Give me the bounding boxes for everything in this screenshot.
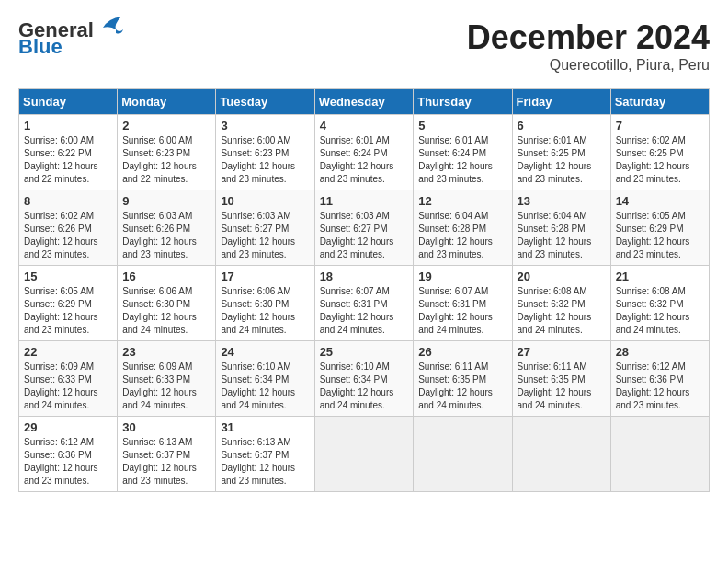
calendar-cell: 14Sunrise: 6:05 AM Sunset: 6:29 PM Dayli… bbox=[610, 190, 709, 266]
day-number: 14 bbox=[616, 194, 704, 208]
day-number: 15 bbox=[24, 270, 112, 283]
day-info: Sunrise: 6:10 AM Sunset: 6:34 PM Dayligh… bbox=[221, 361, 309, 412]
header-friday: Friday bbox=[512, 89, 610, 115]
logo: General Blue bbox=[18, 18, 125, 59]
calendar-table: SundayMondayTuesdayWednesdayThursdayFrid… bbox=[18, 88, 710, 492]
calendar-cell: 2Sunrise: 6:00 AM Sunset: 6:23 PM Daylig… bbox=[118, 115, 216, 190]
calendar-cell: 21Sunrise: 6:08 AM Sunset: 6:32 PM Dayli… bbox=[610, 266, 709, 341]
calendar-header-row: SundayMondayTuesdayWednesdayThursdayFrid… bbox=[19, 89, 710, 115]
day-info: Sunrise: 6:12 AM Sunset: 6:36 PM Dayligh… bbox=[616, 361, 704, 412]
calendar-cell: 29Sunrise: 6:12 AM Sunset: 6:36 PM Dayli… bbox=[19, 417, 118, 492]
calendar-cell bbox=[414, 417, 512, 492]
day-info: Sunrise: 6:11 AM Sunset: 6:35 PM Dayligh… bbox=[518, 361, 606, 412]
calendar-week-4: 22Sunrise: 6:09 AM Sunset: 6:33 PM Dayli… bbox=[19, 341, 710, 417]
day-number: 30 bbox=[122, 420, 210, 434]
day-info: Sunrise: 6:04 AM Sunset: 6:28 PM Dayligh… bbox=[518, 210, 606, 261]
day-number: 17 bbox=[221, 270, 309, 283]
header-sunday: Sunday bbox=[19, 89, 118, 115]
calendar-title: December 2024 bbox=[467, 18, 710, 57]
day-number: 1 bbox=[24, 119, 112, 132]
day-info: Sunrise: 6:03 AM Sunset: 6:27 PM Dayligh… bbox=[320, 210, 409, 261]
calendar-cell: 31Sunrise: 6:13 AM Sunset: 6:37 PM Dayli… bbox=[216, 417, 314, 492]
day-number: 3 bbox=[221, 119, 309, 132]
day-number: 22 bbox=[24, 345, 112, 359]
day-number: 24 bbox=[221, 345, 309, 359]
day-number: 4 bbox=[320, 119, 409, 132]
calendar-cell: 19Sunrise: 6:07 AM Sunset: 6:31 PM Dayli… bbox=[414, 266, 512, 341]
logo-bird-icon bbox=[96, 17, 125, 37]
calendar-cell: 17Sunrise: 6:06 AM Sunset: 6:30 PM Dayli… bbox=[216, 266, 314, 341]
day-info: Sunrise: 6:03 AM Sunset: 6:27 PM Dayligh… bbox=[221, 210, 309, 261]
calendar-cell: 11Sunrise: 6:03 AM Sunset: 6:27 PM Dayli… bbox=[314, 190, 414, 266]
day-number: 28 bbox=[616, 345, 704, 359]
day-info: Sunrise: 6:01 AM Sunset: 6:25 PM Dayligh… bbox=[518, 134, 606, 186]
day-number: 31 bbox=[221, 420, 309, 434]
day-info: Sunrise: 6:06 AM Sunset: 6:30 PM Dayligh… bbox=[221, 285, 309, 337]
day-info: Sunrise: 6:07 AM Sunset: 6:31 PM Dayligh… bbox=[418, 285, 506, 337]
calendar-week-5: 29Sunrise: 6:12 AM Sunset: 6:36 PM Dayli… bbox=[19, 417, 710, 492]
calendar-cell: 23Sunrise: 6:09 AM Sunset: 6:33 PM Dayli… bbox=[118, 341, 216, 417]
calendar-subtitle: Querecotillo, Piura, Peru bbox=[467, 57, 710, 74]
day-info: Sunrise: 6:09 AM Sunset: 6:33 PM Dayligh… bbox=[122, 361, 210, 412]
calendar-cell: 28Sunrise: 6:12 AM Sunset: 6:36 PM Dayli… bbox=[610, 341, 709, 417]
calendar-cell: 20Sunrise: 6:08 AM Sunset: 6:32 PM Dayli… bbox=[512, 266, 610, 341]
day-number: 21 bbox=[616, 270, 704, 283]
day-info: Sunrise: 6:00 AM Sunset: 6:23 PM Dayligh… bbox=[221, 134, 309, 186]
calendar-cell: 1Sunrise: 6:00 AM Sunset: 6:22 PM Daylig… bbox=[19, 115, 118, 190]
day-info: Sunrise: 6:04 AM Sunset: 6:28 PM Dayligh… bbox=[418, 210, 506, 261]
calendar-cell: 3Sunrise: 6:00 AM Sunset: 6:23 PM Daylig… bbox=[216, 115, 314, 190]
page-header: General Blue December 2024 Querecotillo,… bbox=[18, 18, 710, 74]
calendar-week-2: 8Sunrise: 6:02 AM Sunset: 6:26 PM Daylig… bbox=[19, 190, 710, 266]
day-number: 20 bbox=[518, 270, 606, 283]
title-block: December 2024 Querecotillo, Piura, Peru bbox=[467, 18, 710, 74]
day-info: Sunrise: 6:00 AM Sunset: 6:22 PM Dayligh… bbox=[24, 134, 112, 186]
day-info: Sunrise: 6:08 AM Sunset: 6:32 PM Dayligh… bbox=[616, 285, 704, 337]
calendar-cell: 25Sunrise: 6:10 AM Sunset: 6:34 PM Dayli… bbox=[314, 341, 414, 417]
calendar-cell: 18Sunrise: 6:07 AM Sunset: 6:31 PM Dayli… bbox=[314, 266, 414, 341]
calendar-cell: 30Sunrise: 6:13 AM Sunset: 6:37 PM Dayli… bbox=[118, 417, 216, 492]
calendar-cell: 13Sunrise: 6:04 AM Sunset: 6:28 PM Dayli… bbox=[512, 190, 610, 266]
calendar-cell: 7Sunrise: 6:02 AM Sunset: 6:25 PM Daylig… bbox=[610, 115, 709, 190]
calendar-cell: 27Sunrise: 6:11 AM Sunset: 6:35 PM Dayli… bbox=[512, 341, 610, 417]
calendar-cell: 24Sunrise: 6:10 AM Sunset: 6:34 PM Dayli… bbox=[216, 341, 314, 417]
header-thursday: Thursday bbox=[414, 89, 512, 115]
day-info: Sunrise: 6:07 AM Sunset: 6:31 PM Dayligh… bbox=[320, 285, 409, 337]
day-info: Sunrise: 6:11 AM Sunset: 6:35 PM Dayligh… bbox=[418, 361, 506, 412]
calendar-cell: 6Sunrise: 6:01 AM Sunset: 6:25 PM Daylig… bbox=[512, 115, 610, 190]
day-info: Sunrise: 6:03 AM Sunset: 6:26 PM Dayligh… bbox=[122, 210, 210, 261]
day-info: Sunrise: 6:13 AM Sunset: 6:37 PM Dayligh… bbox=[221, 436, 309, 488]
logo-blue: Blue bbox=[18, 35, 63, 59]
day-info: Sunrise: 6:00 AM Sunset: 6:23 PM Dayligh… bbox=[122, 134, 210, 186]
calendar-cell: 15Sunrise: 6:05 AM Sunset: 6:29 PM Dayli… bbox=[19, 266, 118, 341]
day-info: Sunrise: 6:09 AM Sunset: 6:33 PM Dayligh… bbox=[24, 361, 112, 412]
day-number: 11 bbox=[320, 194, 409, 208]
day-number: 2 bbox=[122, 119, 210, 132]
day-number: 27 bbox=[518, 345, 606, 359]
day-number: 12 bbox=[418, 194, 506, 208]
day-number: 5 bbox=[418, 119, 506, 132]
day-number: 10 bbox=[221, 194, 309, 208]
header-tuesday: Tuesday bbox=[216, 89, 314, 115]
calendar-cell: 12Sunrise: 6:04 AM Sunset: 6:28 PM Dayli… bbox=[414, 190, 512, 266]
day-number: 7 bbox=[616, 119, 704, 132]
day-number: 29 bbox=[24, 420, 112, 434]
calendar-week-3: 15Sunrise: 6:05 AM Sunset: 6:29 PM Dayli… bbox=[19, 266, 710, 341]
day-number: 13 bbox=[518, 194, 606, 208]
day-info: Sunrise: 6:08 AM Sunset: 6:32 PM Dayligh… bbox=[518, 285, 606, 337]
day-number: 23 bbox=[122, 345, 210, 359]
header-saturday: Saturday bbox=[610, 89, 709, 115]
day-number: 25 bbox=[320, 345, 409, 359]
day-info: Sunrise: 6:10 AM Sunset: 6:34 PM Dayligh… bbox=[320, 361, 409, 412]
day-info: Sunrise: 6:05 AM Sunset: 6:29 PM Dayligh… bbox=[616, 210, 704, 261]
day-number: 19 bbox=[418, 270, 506, 283]
day-info: Sunrise: 6:05 AM Sunset: 6:29 PM Dayligh… bbox=[24, 285, 112, 337]
day-info: Sunrise: 6:02 AM Sunset: 6:26 PM Dayligh… bbox=[24, 210, 112, 261]
calendar-week-1: 1Sunrise: 6:00 AM Sunset: 6:22 PM Daylig… bbox=[19, 115, 710, 190]
header-monday: Monday bbox=[118, 89, 216, 115]
day-number: 26 bbox=[418, 345, 506, 359]
calendar-cell: 22Sunrise: 6:09 AM Sunset: 6:33 PM Dayli… bbox=[19, 341, 118, 417]
day-number: 9 bbox=[122, 194, 210, 208]
day-number: 6 bbox=[518, 119, 606, 132]
day-number: 8 bbox=[24, 194, 112, 208]
calendar-cell bbox=[610, 417, 709, 492]
